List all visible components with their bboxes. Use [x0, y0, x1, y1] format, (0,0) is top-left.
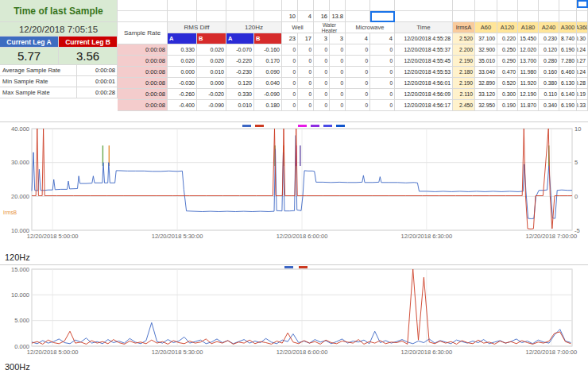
hz120-b-cell[interactable]: 0.090 [254, 67, 282, 78]
flag-cell[interactable]: 0 [330, 44, 346, 56]
flag-cell[interactable]: 0 [330, 67, 346, 78]
value-cell[interactable]: 2.450 [453, 100, 475, 111]
sample-rate-cell[interactable]: 0:00:08 [118, 56, 168, 67]
flag-cell[interactable]: 0 [282, 44, 298, 56]
flag-cell[interactable]: 0 [346, 44, 370, 56]
empty-cell[interactable] [453, 0, 475, 11]
value-cell[interactable]: 32.900 [475, 44, 497, 56]
empty-cell[interactable] [330, 0, 346, 11]
hz120-b-cell[interactable]: -0.160 [254, 44, 282, 56]
value-cell[interactable]: 6.190 [559, 44, 577, 56]
sample-rate-cell[interactable]: 0:00:08 [118, 78, 168, 89]
value-cell[interactable]: 11.980 [518, 67, 539, 78]
rms-b-cell[interactable]: 0.020 [197, 44, 226, 56]
empty-cell[interactable] [118, 11, 168, 22]
flag-cell[interactable]: 0 [330, 56, 346, 67]
value-cell[interactable]: 0.19 [577, 89, 588, 100]
flag-cell[interactable]: 0 [330, 78, 346, 89]
flag-cell[interactable]: 0 [330, 100, 346, 111]
irms-chart[interactable]: 12/20/2018 5:00:0012/20/2018 5:30:0012/2… [0, 122, 588, 251]
time-cell[interactable]: 12/20/2018 4:55:45 [395, 56, 453, 67]
flag-cell[interactable]: 0 [282, 100, 298, 111]
empty-cell[interactable] [497, 11, 518, 22]
value-cell[interactable]: 0.30 [577, 33, 588, 44]
time-cell[interactable]: 12/20/2018 4:55:37 [395, 44, 453, 56]
empty-cell[interactable] [226, 11, 254, 22]
empty-cell[interactable] [168, 0, 197, 11]
empty-cell[interactable] [346, 11, 370, 22]
value-cell[interactable]: 33.120 [475, 89, 497, 100]
sample-rate-cell[interactable]: 0:00:08 [118, 100, 168, 111]
microwave-header[interactable]: Microwave [346, 22, 395, 33]
selected-cell[interactable] [370, 11, 395, 22]
time-cell[interactable]: 12/20/2018 4:56:01 [395, 78, 453, 89]
empty-cell[interactable] [197, 0, 226, 11]
rms-a-cell[interactable]: 0.330 [168, 44, 197, 56]
hz120-header[interactable]: 120Hz [226, 22, 282, 33]
ab-header-a[interactable]: A [226, 33, 254, 44]
time-cell[interactable]: 12/20/2018 4:56:09 [395, 89, 453, 100]
empty-cell[interactable] [518, 0, 539, 11]
time-cell[interactable]: 12/20/2018 4:55:28 [395, 33, 453, 44]
max-sample-rate-label[interactable]: Max Sample Rate [0, 87, 77, 98]
rms-b-cell[interactable]: 0.020 [197, 56, 226, 67]
ab-header-a[interactable]: A [168, 33, 197, 44]
value-cell[interactable]: 0.24 [577, 44, 588, 56]
empty-cell[interactable] [298, 0, 314, 11]
hz120-a-cell[interactable]: -0.230 [226, 67, 254, 78]
value-cell[interactable]: 2.180 [453, 67, 475, 78]
hz120-chart[interactable]: 12/20/2018 5:00:0012/20/2018 5:30:0012/2… [0, 265, 588, 361]
hz120-b-cell[interactable]: -0.090 [254, 89, 282, 100]
value-cell[interactable]: 6.190 [559, 100, 577, 111]
value-cell[interactable]: 0.160 [539, 67, 559, 78]
flag-cell[interactable]: 0 [314, 56, 330, 67]
value-cell[interactable]: 7.280 [559, 56, 577, 67]
empty-cell[interactable] [475, 0, 497, 11]
empty-cell[interactable] [559, 11, 577, 22]
value-cell[interactable]: 0.300 [497, 89, 518, 100]
flag-cell[interactable]: 0 [370, 44, 395, 56]
empty-cell[interactable] [475, 11, 497, 22]
value-cell[interactable]: 0.520 [497, 78, 518, 89]
value-cell[interactable]: 0.340 [539, 100, 559, 111]
value-cell[interactable]: 2.190 [453, 56, 475, 67]
sample-rate-cell[interactable]: 0:00:08 [118, 89, 168, 100]
water-heater-header[interactable]: Water Heater [314, 22, 346, 33]
appliance-count[interactable]: 3 [314, 33, 330, 44]
hz120-a-cell[interactable]: 0.330 [226, 89, 254, 100]
flag-cell[interactable]: 0 [282, 67, 298, 78]
value-cell[interactable]: 6.140 [559, 89, 577, 100]
flag-cell[interactable]: 0 [298, 56, 314, 67]
value-cell[interactable]: 0.110 [539, 89, 559, 100]
value-cell[interactable]: 15.450 [518, 33, 539, 44]
hz120-a-cell[interactable]: 0.010 [226, 100, 254, 111]
value-col-header-a360[interactable]: A360 [577, 22, 588, 33]
flag-cell[interactable]: 0 [314, 89, 330, 100]
value-cell[interactable]: 2.520 [453, 33, 475, 44]
value-cell[interactable]: 32.890 [475, 78, 497, 89]
value-col-header-a240[interactable]: A240 [539, 22, 559, 33]
empty-cell[interactable] [539, 11, 559, 22]
time-header[interactable]: Time [395, 22, 453, 33]
empty-cell[interactable] [559, 0, 577, 11]
value-cell[interactable]: 8.740 [559, 33, 577, 44]
flag-cell[interactable]: 0 [298, 78, 314, 89]
flag-cell[interactable]: 0 [370, 67, 395, 78]
appliance-count[interactable]: 3 [330, 33, 346, 44]
flag-cell[interactable]: 0 [370, 89, 395, 100]
value-cell[interactable]: 2.200 [453, 44, 475, 56]
value-cell[interactable]: 12.190 [518, 89, 539, 100]
empty-cell[interactable] [254, 11, 282, 22]
rms-a-cell[interactable]: -0.400 [168, 100, 197, 111]
ab-header-b[interactable]: B [197, 33, 226, 44]
appliance-count[interactable]: 17 [298, 33, 314, 44]
empty-cell[interactable] [282, 0, 298, 11]
flag-cell[interactable]: 0 [330, 89, 346, 100]
value-cell[interactable]: 13.700 [518, 56, 539, 67]
value-cell[interactable]: 11.920 [518, 78, 539, 89]
min-sample-rate-value[interactable]: 0:00:01 [77, 76, 118, 87]
hz120-a-cell[interactable]: -0.220 [226, 56, 254, 67]
flag-cell[interactable]: 0 [314, 78, 330, 89]
empty-cell[interactable] [453, 11, 475, 22]
value-cell[interactable]: 0.120 [539, 44, 559, 56]
